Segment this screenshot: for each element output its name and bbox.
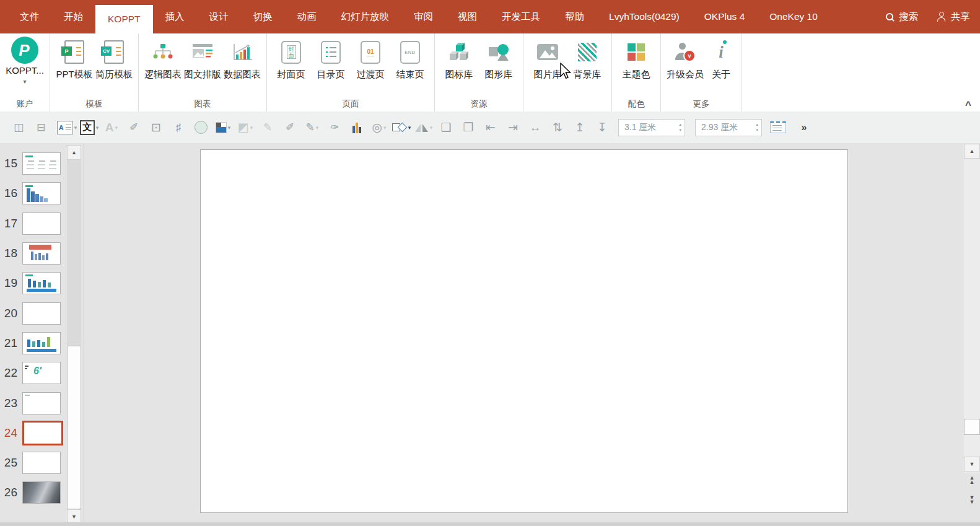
format-eyedropper-button[interactable]: ✐ [123, 116, 145, 139]
menu-tab-OKPlus 4[interactable]: OKPlus 4 [692, 0, 757, 33]
picture-library-button[interactable]: 图片库 [528, 37, 567, 79]
textbox-tool-button[interactable] [767, 116, 789, 139]
slide-thumbnail-22[interactable]: 6′ [22, 362, 61, 384]
slide-number: 18 [0, 247, 17, 260]
shape-library-button[interactable]: 图形库 [479, 37, 518, 79]
cover-page-button[interactable]: 封面 封面页 [271, 37, 311, 79]
dropdown-caret-icon: ▾ [23, 78, 26, 85]
shape-circle-button[interactable] [190, 116, 212, 139]
ribbon-group-colors: 主题色 配色 [612, 33, 661, 112]
align-objects-button[interactable]: ◫ [7, 116, 30, 139]
slide-thumbnail-16[interactable] [22, 182, 61, 204]
menu-tab-文件[interactable]: 文件 [7, 0, 51, 33]
image-text-layout-button[interactable]: 图文排版 [183, 37, 222, 79]
slide-thumbnail-23[interactable] [22, 392, 61, 414]
font-button[interactable]: A▾ [100, 116, 123, 139]
slide-thumbnail-20[interactable] [22, 302, 61, 325]
send-backward-button[interactable]: ❐ [457, 116, 479, 139]
koppt-logo-icon: P [11, 37, 38, 64]
panel-scrollbar[interactable]: ▲ ▼ [67, 145, 81, 524]
theme-colors-button[interactable]: 主题色 [616, 37, 656, 79]
upgrade-member-button[interactable]: v 升级会员 [665, 37, 705, 79]
panel-scrollbar-thumb[interactable] [67, 346, 81, 509]
slide-canvas[interactable] [200, 149, 848, 513]
shape-combo-button[interactable]: ▾ [390, 116, 413, 139]
about-button[interactable]: i 关于 [705, 37, 737, 79]
slide-thumbnail-15[interactable] [22, 152, 61, 175]
canvas-scrollbar-thumb[interactable] [964, 419, 980, 435]
menu-tab-开发工具[interactable]: 开发工具 [489, 0, 553, 33]
transition-page-button[interactable]: 01 过渡页 [351, 37, 390, 79]
slide-thumbnail-18[interactable] [22, 242, 61, 265]
slide-thumbnail-19[interactable] [22, 272, 61, 294]
previous-slide-button[interactable]: ▲▲ [964, 476, 980, 484]
bottom-strip [0, 522, 980, 526]
chevron-down-icon: ▾ [228, 125, 231, 131]
bucket-fill-button[interactable]: ◩▾ [234, 116, 256, 139]
eyedropper-button[interactable]: ✐ [279, 116, 301, 139]
panel-scroll-up-button[interactable]: ▲ [67, 145, 81, 160]
toc-page-button[interactable]: 目录页 [311, 37, 351, 79]
height-spinner[interactable]: 2.93 厘米 ▴▾ [695, 119, 762, 136]
align-left-edge-button[interactable]: ⇤ [479, 116, 502, 139]
share-button[interactable]: 共享 [937, 11, 970, 24]
koppt-account-button[interactable]: P KOPPT... ▾ [4, 37, 45, 85]
menu-tab-OneKey 10[interactable]: OneKey 10 [757, 0, 830, 33]
circle-icon [195, 121, 208, 134]
fill-color-button[interactable]: ▾ [212, 116, 234, 139]
search-button[interactable]: 搜索 [885, 11, 918, 24]
slide-thumbnail-21[interactable] [22, 332, 61, 354]
next-slide-button[interactable]: ▼▼ [964, 496, 980, 504]
menu-tab-审阅[interactable]: 审阅 [401, 0, 445, 33]
logic-chart-button[interactable]: 逻辑图表 [143, 37, 183, 79]
chart-tool-button[interactable] [346, 116, 368, 139]
icon-library-button[interactable]: 图标库 [439, 37, 479, 79]
cover-page-icon: 封面 [281, 41, 301, 64]
data-chart-button[interactable]: 数据图表 [222, 37, 262, 79]
swap-top-button[interactable]: ↥ [569, 116, 591, 139]
flip-rotate-button[interactable]: ▾ [413, 116, 435, 139]
text-style-button[interactable]: A▾ [56, 116, 78, 139]
swap-bottom-button[interactable]: ↧ [591, 116, 613, 139]
collapse-ribbon-button[interactable]: ^ [963, 99, 974, 112]
replace-picture-button[interactable]: ⊡ [145, 116, 167, 139]
menu-tab-切换[interactable]: 切换 [241, 0, 285, 33]
spinner-arrows-icon[interactable]: ▴▾ [679, 122, 681, 133]
distribute-objects-button[interactable]: ⊟ [30, 116, 52, 139]
menu-tab-LvyhTools(0429)[interactable]: LvyhTools(0429) [597, 0, 692, 33]
distribute-vertical-button[interactable]: ⇅ [546, 116, 569, 139]
menu-tab-KOPPT[interactable]: KOPPT [95, 5, 153, 33]
slide-thumbnail-25[interactable] [22, 452, 61, 474]
menu-tab-开始[interactable]: 开始 [51, 0, 95, 33]
slide-row-17: 17 [0, 209, 64, 239]
background-library-button[interactable]: 背景库 [567, 37, 607, 79]
toolbar-overflow-button[interactable]: » [793, 116, 815, 139]
menu-tab-幻灯片放映[interactable]: 幻灯片放映 [329, 0, 402, 33]
distribute-horizontal-button[interactable]: ↔ [524, 116, 546, 139]
slide-number: 22 [0, 366, 17, 380]
pen-button[interactable]: ✎ [256, 116, 279, 139]
slide-thumbnail-24[interactable] [22, 421, 63, 445]
snap-button[interactable]: ♯ [167, 116, 190, 139]
menu-tab-帮助[interactable]: 帮助 [553, 0, 597, 33]
slide-thumbnail-26[interactable] [22, 481, 61, 504]
merge-shapes-button[interactable]: ◎▾ [368, 116, 390, 139]
edit-shape-button[interactable]: ✎▾ [301, 116, 323, 139]
end-page-button[interactable]: END 结束页 [390, 37, 430, 79]
menu-tab-视图[interactable]: 视图 [445, 0, 489, 33]
canvas-scroll-up-button[interactable]: ▲ [964, 144, 980, 159]
align-right-edge-button[interactable]: ⇥ [502, 116, 524, 139]
menu-tab-动画[interactable]: 动画 [285, 0, 329, 33]
spinner-arrows-icon[interactable]: ▴▾ [756, 122, 758, 133]
canvas-scroll-down-button[interactable]: ▼ [964, 457, 980, 471]
width-spinner[interactable]: 3.1 厘米 ▴▾ [618, 119, 685, 136]
slide-thumbnail-17[interactable] [22, 213, 61, 235]
ppt-template-button[interactable]: P PPT模板 [55, 37, 94, 79]
menu-tab-设计[interactable]: 设计 [197, 0, 241, 33]
text-format-button[interactable]: 文▾ [78, 116, 100, 139]
bring-forward-button[interactable]: ❏ [435, 116, 457, 139]
cv-template-button[interactable]: CV 简历模板 [94, 37, 134, 79]
text-eyedropper-button[interactable]: ✑ [323, 116, 346, 139]
menu-tab-插入[interactable]: 插入 [153, 0, 197, 33]
chevron-down-icon: ▾ [316, 125, 319, 131]
